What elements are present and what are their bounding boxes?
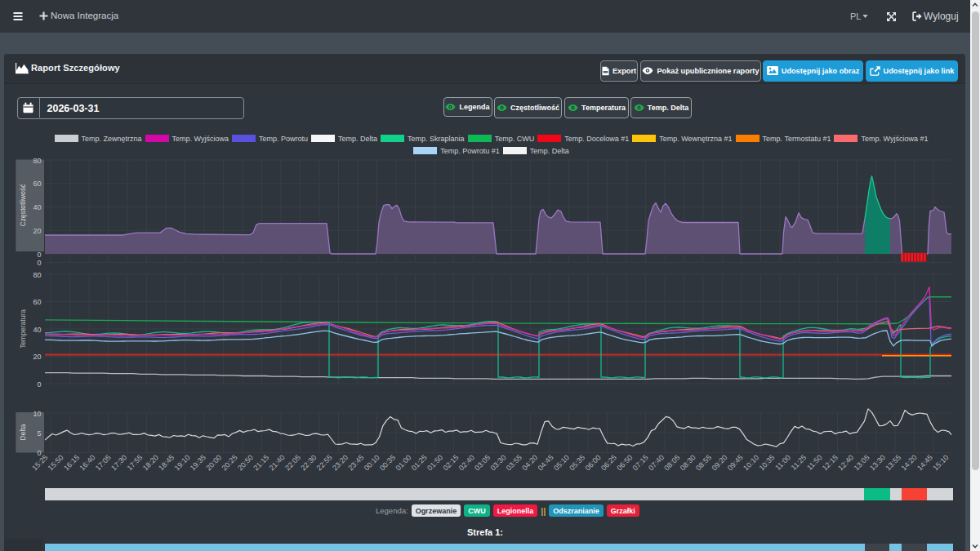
svg-text:21:40: 21:40 bbox=[268, 453, 287, 472]
svg-text:04:45: 04:45 bbox=[537, 453, 555, 472]
svg-text:10:10: 10:10 bbox=[742, 453, 760, 472]
svg-text:01:50: 01:50 bbox=[425, 453, 444, 472]
svg-text:05:10: 05:10 bbox=[552, 453, 571, 472]
svg-text:18:45: 18:45 bbox=[157, 453, 176, 472]
svg-text:04:20: 04:20 bbox=[520, 453, 539, 472]
svg-text:03:30: 03:30 bbox=[489, 453, 508, 472]
svg-text:22:05: 22:05 bbox=[283, 453, 302, 472]
svg-text:60: 60 bbox=[33, 180, 41, 188]
svg-text:40: 40 bbox=[33, 203, 41, 211]
svg-text:20: 20 bbox=[33, 227, 41, 235]
svg-text:17:55: 17:55 bbox=[126, 453, 145, 472]
svg-text:19:35: 19:35 bbox=[189, 453, 207, 472]
svg-text:Częstotliwość: Częstotliwość bbox=[19, 184, 27, 227]
svg-text:13:30: 13:30 bbox=[868, 453, 887, 472]
svg-text:15:50: 15:50 bbox=[47, 453, 65, 472]
svg-text:20: 20 bbox=[33, 353, 41, 361]
svg-text:80: 80 bbox=[33, 271, 41, 279]
svg-text:02:40: 02:40 bbox=[457, 453, 476, 472]
svg-text:05:35: 05:35 bbox=[568, 453, 586, 472]
svg-text:12:15: 12:15 bbox=[821, 453, 840, 472]
svg-text:08:30: 08:30 bbox=[679, 453, 697, 472]
svg-text:11:00: 11:00 bbox=[773, 453, 792, 472]
svg-text:Temperatura: Temperatura bbox=[19, 309, 27, 349]
svg-text:08:05: 08:05 bbox=[662, 453, 681, 472]
svg-text:03:05: 03:05 bbox=[473, 453, 492, 472]
svg-text:Delta: Delta bbox=[19, 424, 27, 440]
svg-text:12:40: 12:40 bbox=[836, 453, 855, 472]
svg-text:22:30: 22:30 bbox=[299, 453, 318, 472]
svg-text:60: 60 bbox=[33, 298, 41, 306]
svg-text:16:15: 16:15 bbox=[62, 453, 81, 472]
svg-text:19:10: 19:10 bbox=[173, 453, 192, 472]
svg-text:01:25: 01:25 bbox=[410, 453, 429, 472]
svg-text:5: 5 bbox=[37, 429, 41, 438]
svg-text:15:10: 15:10 bbox=[931, 453, 950, 472]
svg-text:01:00: 01:00 bbox=[394, 453, 413, 472]
svg-text:21:15: 21:15 bbox=[252, 453, 270, 472]
svg-text:13:55: 13:55 bbox=[884, 453, 902, 472]
svg-text:0: 0 bbox=[37, 251, 41, 259]
svg-text:06:25: 06:25 bbox=[599, 453, 618, 472]
svg-text:08:55: 08:55 bbox=[694, 453, 713, 472]
svg-text:06:00: 06:00 bbox=[584, 453, 603, 472]
svg-text:09:45: 09:45 bbox=[726, 453, 745, 472]
svg-text:17:30: 17:30 bbox=[109, 453, 128, 472]
svg-text:10: 10 bbox=[33, 410, 41, 418]
svg-text:20:25: 20:25 bbox=[220, 453, 239, 472]
svg-text:02:15: 02:15 bbox=[442, 453, 461, 472]
svg-text:00:10: 00:10 bbox=[363, 453, 381, 472]
svg-text:14:20: 14:20 bbox=[900, 453, 919, 472]
svg-text:20:00: 20:00 bbox=[204, 453, 223, 472]
svg-text:23:45: 23:45 bbox=[346, 453, 365, 472]
svg-text:17:05: 17:05 bbox=[94, 453, 113, 472]
svg-text:15:25: 15:25 bbox=[30, 453, 49, 472]
svg-text:80: 80 bbox=[33, 157, 41, 165]
svg-text:14:45: 14:45 bbox=[915, 453, 934, 472]
svg-text:16:40: 16:40 bbox=[78, 453, 97, 472]
svg-text:09:20: 09:20 bbox=[710, 453, 729, 472]
svg-text:40: 40 bbox=[33, 326, 41, 334]
svg-text:13:05: 13:05 bbox=[853, 453, 871, 472]
svg-text:22:55: 22:55 bbox=[315, 453, 334, 472]
svg-text:0: 0 bbox=[37, 259, 41, 267]
svg-text:00:35: 00:35 bbox=[378, 453, 397, 472]
svg-text:03:55: 03:55 bbox=[505, 453, 523, 472]
svg-text:23:20: 23:20 bbox=[331, 453, 350, 472]
svg-text:06:50: 06:50 bbox=[615, 453, 634, 472]
svg-text:11:25: 11:25 bbox=[790, 453, 808, 472]
svg-text:11:50: 11:50 bbox=[805, 453, 824, 472]
svg-text:18:20: 18:20 bbox=[141, 453, 160, 472]
svg-text:0: 0 bbox=[37, 380, 41, 389]
svg-text:07:15: 07:15 bbox=[631, 453, 650, 472]
svg-text:20:50: 20:50 bbox=[236, 453, 255, 472]
svg-text:07:40: 07:40 bbox=[647, 453, 666, 472]
svg-text:10:35: 10:35 bbox=[758, 453, 777, 472]
